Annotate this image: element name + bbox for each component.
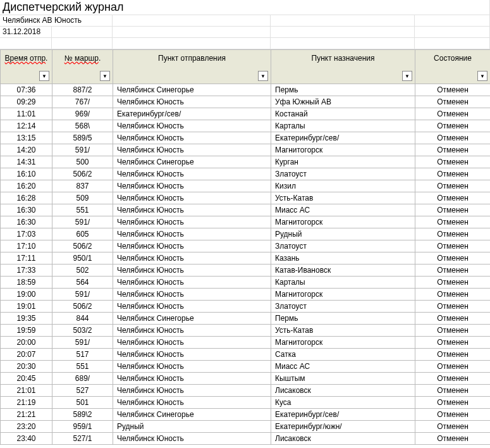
cell-departure: Челябинск Юность xyxy=(113,277,271,289)
dispatch-table: Время отпр. ▼ № маршр. ▼ Пункт отправлен… xyxy=(0,49,490,445)
cell-status: Отменен xyxy=(415,385,491,397)
cell-destination: Усть-Катав xyxy=(271,192,415,204)
cell-time: 21:21 xyxy=(1,409,52,421)
cell-departure: Челябинск Юность xyxy=(113,120,271,132)
table-row: 20:00591/Челябинск ЮностьМагнитогорскОтм… xyxy=(1,337,491,349)
cell-departure: Челябинск Юность xyxy=(113,144,271,156)
cell-destination: Магнитогорск xyxy=(271,144,415,156)
cell-status: Отменен xyxy=(415,373,491,385)
cell-time: 16:10 xyxy=(1,168,52,180)
cell-route: 517 xyxy=(52,349,113,361)
cell-departure: Челябинск Синегорье xyxy=(113,84,271,96)
cell-status: Отменен xyxy=(415,96,491,108)
cell-route: 502 xyxy=(52,264,113,277)
cell-status: Отменен xyxy=(415,409,491,421)
cell-status: Отменен xyxy=(415,325,491,337)
col-departure-label: Пункт отправления xyxy=(158,54,226,63)
table-row: 17:11950/1Челябинск ЮностьКазаньОтменен xyxy=(1,252,491,264)
table-row: 16:28509Челябинск ЮностьУсть-КатавОтмене… xyxy=(1,192,491,204)
cell-destination: Курган xyxy=(271,156,415,168)
filter-dropdown-icon[interactable]: ▼ xyxy=(477,71,487,81)
cell-route: 887/2 xyxy=(52,84,113,96)
cell-status: Отменен xyxy=(415,156,491,168)
cell-route: 568\ xyxy=(52,120,113,132)
cell-departure: Челябинск Юность xyxy=(113,228,271,240)
table-row: 20:07517Челябинск ЮностьСаткаОтменен xyxy=(1,349,491,361)
filter-dropdown-icon[interactable]: ▼ xyxy=(402,71,412,81)
cell-time: 09:29 xyxy=(1,96,52,108)
cell-destination: Уфа Южный АВ xyxy=(271,96,415,108)
cell-time: 17:33 xyxy=(1,264,52,277)
col-route-label: № маршр xyxy=(64,54,99,63)
table-row: 20:30551Челябинск ЮностьМиасс АСОтменен xyxy=(1,361,491,373)
filter-dropdown-icon[interactable]: ▼ xyxy=(258,71,268,81)
cell-status: Отменен xyxy=(415,120,491,132)
cell-status: Отменен xyxy=(415,433,491,445)
cell-time: 19:35 xyxy=(1,313,52,325)
cell-status: Отменен xyxy=(415,421,491,433)
table-row: 07:36887/2Челябинск СинегорьеПермьОтмене… xyxy=(1,84,491,96)
cell-destination: Лисаковск xyxy=(271,433,415,445)
cell-time: 16:20 xyxy=(1,180,52,192)
filter-dropdown-icon[interactable]: ▼ xyxy=(39,71,49,81)
cell-route: 950/1 xyxy=(52,252,113,264)
cell-departure: Челябинск Юность xyxy=(113,204,271,216)
cell-destination: Екатеринбург/сев/ xyxy=(271,132,415,144)
cell-destination: Миасс АС xyxy=(271,361,415,373)
cell-status: Отменен xyxy=(415,289,491,301)
cell-destination: Магнитогорск xyxy=(271,216,415,228)
cell-route: 506/2 xyxy=(52,301,113,313)
table-row: 16:10506/2Челябинск ЮностьЗлатоустОтмене… xyxy=(1,168,491,180)
col-header-time: Время отпр. ▼ xyxy=(1,50,52,84)
cell-destination: Сатка xyxy=(271,349,415,361)
cell-destination: Екатеринбург/сев/ xyxy=(271,409,415,421)
cell-time: 20:30 xyxy=(1,361,52,373)
table-row: 19:00591/Челябинск ЮностьМагнитогорскОтм… xyxy=(1,289,491,301)
cell-destination: Златоуст xyxy=(271,168,415,180)
cell-time: 18:59 xyxy=(1,277,52,289)
cell-time: 13:15 xyxy=(1,132,52,144)
cell-status: Отменен xyxy=(415,84,491,96)
table-header-row: Время отпр. ▼ № маршр. ▼ Пункт отправлен… xyxy=(1,50,491,84)
table-row: 17:33502Челябинск ЮностьКатав-ИвановскОт… xyxy=(1,264,491,277)
cell-departure: Челябинск Юность xyxy=(113,216,271,228)
cell-destination: Карталы xyxy=(271,277,415,289)
cell-status: Отменен xyxy=(415,216,491,228)
cell-time: 20:45 xyxy=(1,373,52,385)
cell-departure: Челябинск Юность xyxy=(113,289,271,301)
cell-route: 527/1 xyxy=(52,433,113,445)
cell-departure: Челябинск Синегорье xyxy=(113,409,271,421)
cell-time: 21:01 xyxy=(1,385,52,397)
filter-dropdown-icon[interactable]: ▼ xyxy=(100,71,110,81)
cell-time: 16:28 xyxy=(1,192,52,204)
cell-destination: Усть-Катав xyxy=(271,325,415,337)
cell-departure: Челябинск Юность xyxy=(113,373,271,385)
table-row: 19:35844Челябинск СинегорьеПермьОтменен xyxy=(1,313,491,325)
cell-route: 551 xyxy=(52,361,113,373)
cell-route: 500 xyxy=(52,156,113,168)
cell-destination: Екатеринбург/южн/ xyxy=(271,421,415,433)
table-row: 11:01969/Екатеринбург/сев/КостанайОтмене… xyxy=(1,108,491,120)
cell-departure: Челябинск Юность xyxy=(113,301,271,313)
table-row: 16:30551Челябинск ЮностьМиасс АСОтменен xyxy=(1,204,491,216)
table-row: 23:20959/1РудныйЕкатеринбург/южн/Отменен xyxy=(1,421,491,433)
col-header-route: № маршр. ▼ xyxy=(52,50,113,84)
table-row: 21:01527Челябинск ЮностьЛисаковскОтменен xyxy=(1,385,491,397)
cell-status: Отменен xyxy=(415,397,491,409)
table-row: 21:21589\2Челябинск СинегорьеЕкатеринбур… xyxy=(1,409,491,421)
cell-time: 20:07 xyxy=(1,349,52,361)
cell-status: Отменен xyxy=(415,252,491,264)
cell-departure: Челябинск Юность xyxy=(113,349,271,361)
table-row: 16:20837Челябинск ЮностьКизилОтменен xyxy=(1,180,491,192)
cell-route: 959/1 xyxy=(52,421,113,433)
cell-status: Отменен xyxy=(415,204,491,216)
cell-departure: Челябинск Юность xyxy=(113,433,271,445)
cell-destination: Карталы xyxy=(271,120,415,132)
cell-route: 844 xyxy=(52,313,113,325)
cell-route: 767/ xyxy=(52,96,113,108)
cell-destination: Костанай xyxy=(271,108,415,120)
cell-route: 501 xyxy=(52,397,113,409)
cell-status: Отменен xyxy=(415,192,491,204)
cell-time: 16:30 xyxy=(1,204,52,216)
cell-status: Отменен xyxy=(415,132,491,144)
